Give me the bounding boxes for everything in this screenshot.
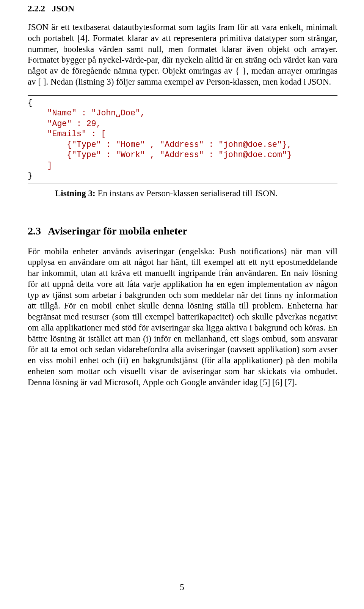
subsection-title: JSON [52,4,74,13]
code-listing-3: { "Name" : "John␣Doe", "Age" : 29, "Emai… [28,98,337,181]
subsection-heading-222: 2.2.2JSON [28,4,337,14]
section-number: 2.3 [28,225,41,237]
listing-caption-label: Listning 3: [55,189,96,198]
listing-caption-text: En instans av Person-klassen serialisera… [96,189,278,198]
section-title: Aviseringar för mobila enheter [48,225,187,237]
subsection-number: 2.2.2 [28,4,45,13]
page: 2.2.2JSON JSON är ett textbaserat dataut… [0,0,364,609]
section-heading-23: 2.3Aviseringar för mobila enheter [28,225,337,237]
listing-3-block: { "Name" : "John␣Doe", "Age" : 29, "Emai… [28,95,337,198]
listing-rule-top [28,95,337,96]
listing-3-caption: Listning 3: En instans av Person-klassen… [55,189,337,198]
page-number: 5 [0,582,364,592]
listing-rule-bottom [28,184,337,184]
paragraph-23: För mobila enheter används aviseringar (… [28,246,337,388]
paragraph-222: JSON är ett textbaserat datautbytesforma… [28,22,337,88]
